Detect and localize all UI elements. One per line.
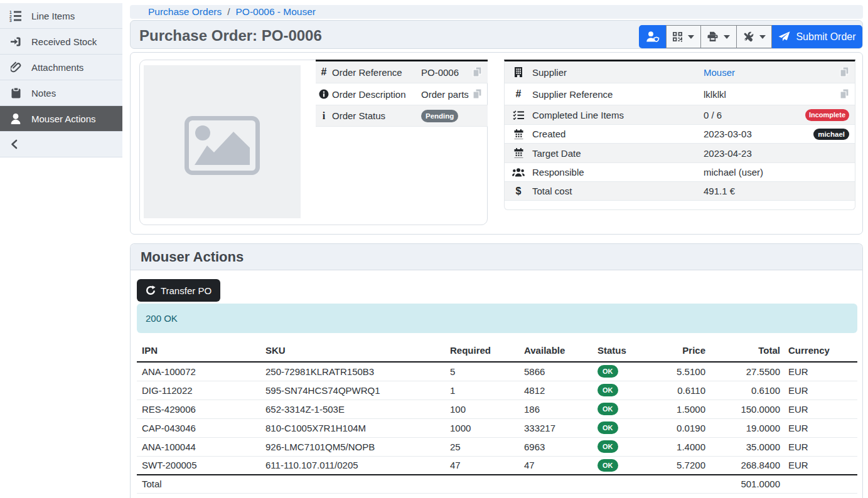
- svg-text:3: 3: [9, 18, 12, 22]
